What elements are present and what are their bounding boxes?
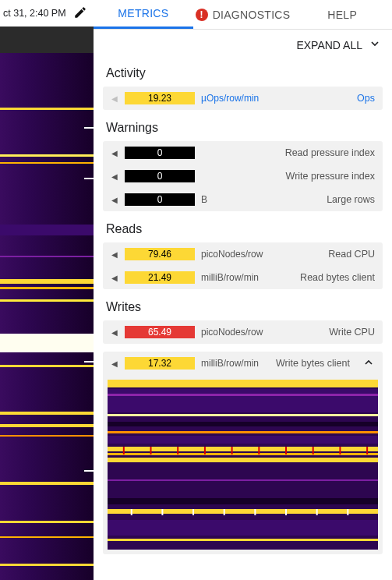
svg-rect-10: [0, 334, 94, 352]
activity-block: ◀ 19.23 µOps/row/min Ops: [103, 87, 383, 110]
svg-rect-51: [161, 509, 163, 515]
metric-label: Ops: [357, 93, 375, 104]
svg-rect-31: [108, 447, 378, 451]
metric-row[interactable]: ◀ 19.23 µOps/row/min Ops: [103, 87, 383, 110]
svg-rect-15: [0, 482, 94, 485]
svg-rect-1: [0, 108, 94, 110]
metric-label: Read CPU: [328, 249, 375, 260]
svg-rect-11: [0, 365, 94, 367]
reads-block: ◀ 79.46 picoNodes/row Read CPU ◀ 21.49 m…: [103, 242, 383, 289]
tab-bar: METRICS ! DIAGNOSTICS HELP: [94, 0, 392, 30]
svg-rect-17: [0, 536, 94, 538]
right-panel: METRICS ! DIAGNOSTICS HELP EXPAND ALL Ac…: [94, 0, 392, 580]
metric-unit: µOps/row/min: [201, 93, 259, 104]
svg-rect-49: [366, 447, 368, 454]
expand-triangle-icon[interactable]: ◀: [111, 328, 118, 337]
svg-rect-28: [108, 422, 378, 426]
svg-rect-35: [108, 479, 378, 481]
svg-rect-41: [150, 447, 152, 454]
metric-bar: 79.46: [125, 248, 195, 260]
metric-row[interactable]: ◀ 0 Read pressure index: [103, 141, 383, 164]
svg-rect-24: [108, 380, 378, 387]
svg-rect-37: [108, 509, 378, 514]
expand-triangle-icon[interactable]: ◀: [111, 172, 118, 181]
expand-triangle-icon[interactable]: ◀: [111, 149, 118, 157]
svg-rect-46: [285, 447, 287, 454]
metric-row[interactable]: ◀ 65.49 picoNodes/row Write CPU: [103, 320, 383, 344]
tab-metrics[interactable]: METRICS: [94, 0, 193, 29]
metric-bar: 19.23: [125, 92, 195, 104]
alert-icon: !: [196, 9, 208, 21]
timestamp-label: ct 31, 2:40 PM: [3, 8, 66, 19]
svg-rect-0: [0, 53, 94, 580]
metric-bar: 21.49: [125, 271, 195, 284]
metric-unit: B: [201, 194, 207, 205]
svg-rect-8: [0, 299, 94, 302]
svg-rect-32: [108, 453, 378, 455]
svg-rect-48: [339, 447, 341, 454]
chevron-down-icon: [369, 37, 381, 52]
svg-rect-22: [84, 470, 94, 472]
svg-rect-54: [254, 509, 256, 515]
metric-label: Write bytes client: [276, 358, 350, 369]
edit-icon[interactable]: [73, 5, 87, 22]
expand-triangle-icon[interactable]: ◀: [111, 250, 118, 259]
svg-rect-40: [123, 447, 125, 454]
section-warnings-title: Warnings: [94, 110, 392, 141]
metric-bar: 65.49: [125, 326, 195, 338]
svg-rect-29: [108, 431, 378, 433]
svg-rect-13: [0, 424, 94, 427]
left-heatmap: [0, 53, 94, 580]
expand-triangle-icon[interactable]: ◀: [111, 196, 118, 204]
expand-triangle-icon[interactable]: ◀: [111, 274, 118, 282]
svg-rect-26: [108, 394, 378, 396]
svg-rect-55: [285, 509, 287, 515]
metric-unit: picoNodes/row: [201, 327, 263, 338]
svg-rect-12: [0, 412, 94, 415]
expand-triangle-icon[interactable]: ◀: [111, 359, 118, 368]
metric-label: Large rows: [327, 194, 375, 205]
metric-row[interactable]: ◀ 0 B Large rows: [103, 188, 383, 211]
metric-row[interactable]: ◀ 21.49 milliB/row/min Read bytes client: [103, 266, 383, 289]
svg-rect-47: [313, 447, 314, 454]
svg-rect-56: [316, 509, 318, 515]
left-heatmap-panel: ct 31, 2:40 PM s for visible area: [0, 0, 94, 580]
metric-label: Read bytes client: [300, 272, 375, 283]
left-header: ct 31, 2:40 PM: [0, 0, 94, 27]
svg-rect-30: [108, 436, 378, 444]
svg-rect-3: [0, 162, 94, 164]
svg-rect-52: [192, 509, 194, 515]
svg-rect-42: [177, 447, 178, 454]
section-reads-title: Reads: [94, 211, 392, 242]
svg-rect-19: [84, 127, 94, 129]
metric-bar: 17.32: [125, 357, 195, 370]
tab-diagnostics[interactable]: ! DIAGNOSTICS: [193, 0, 293, 29]
metric-label: Read pressure index: [285, 147, 375, 158]
svg-rect-21: [84, 361, 94, 362]
metric-row[interactable]: ◀ 17.32 milliB/row/min Write bytes clien…: [103, 352, 383, 375]
svg-rect-5: [0, 256, 94, 257]
metric-bar: 0: [125, 193, 195, 206]
section-activity-title: Activity: [94, 55, 392, 87]
svg-rect-16: [0, 521, 94, 523]
svg-rect-57: [347, 509, 348, 515]
metric-unit: milliB/row/min: [201, 272, 259, 283]
metric-row[interactable]: ◀ 0 Write pressure index: [103, 164, 383, 188]
metric-row[interactable]: ◀ 79.46 picoNodes/row Read CPU: [103, 242, 383, 266]
metric-label: Write CPU: [329, 327, 375, 338]
svg-rect-43: [204, 447, 206, 454]
metric-bar: 0: [125, 170, 195, 182]
writes-block: ◀ 65.49 picoNodes/row Write CPU: [103, 320, 383, 344]
metric-unit: milliB/row/min: [201, 358, 259, 369]
svg-rect-18: [0, 564, 94, 566]
metric-label: Write pressure index: [286, 171, 375, 182]
svg-rect-14: [0, 435, 94, 437]
tab-help[interactable]: HELP: [292, 0, 392, 29]
writes-expanded-block: ◀ 17.32 milliB/row/min Write bytes clien…: [103, 352, 383, 554]
metric-bar: 0: [125, 147, 195, 159]
expand-triangle-icon[interactable]: ◀: [111, 94, 118, 103]
expand-all-button[interactable]: EXPAND ALL: [94, 30, 392, 55]
chevron-up-icon[interactable]: [356, 356, 375, 371]
svg-rect-6: [0, 279, 94, 284]
section-writes-title: Writes: [94, 289, 392, 320]
